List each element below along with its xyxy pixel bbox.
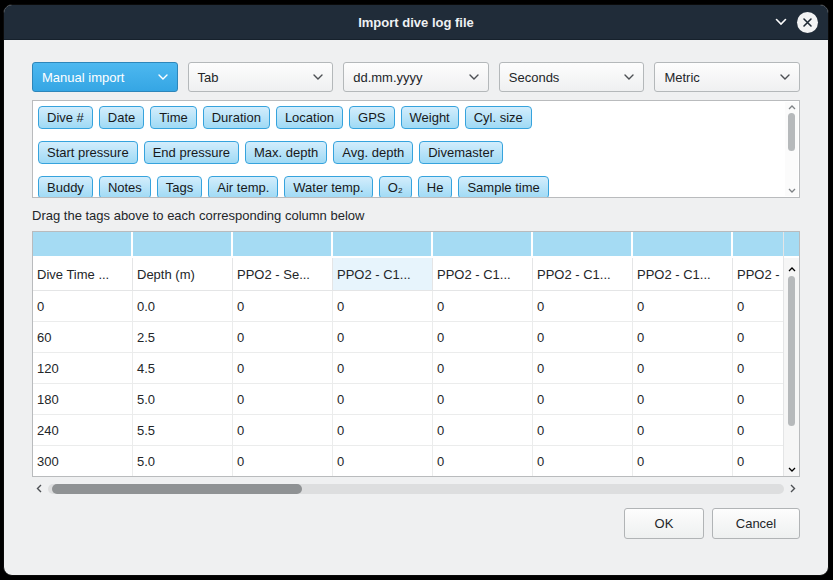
table-cell: 0: [33, 291, 133, 322]
table-cell: 2.5: [133, 322, 233, 353]
table-cell: 0: [233, 322, 333, 353]
table-cell: 0: [333, 322, 433, 353]
table-cell: 0: [633, 415, 733, 446]
combo-value: Tab: [198, 70, 219, 85]
button-bar: OK Cancel: [32, 508, 800, 539]
table-cell: 0: [533, 291, 633, 322]
table-vertical-scrollbar[interactable]: [783, 232, 799, 476]
column-header[interactable]: PPO2 - C1...: [333, 258, 433, 291]
cancel-button[interactable]: Cancel: [712, 508, 800, 539]
table-cell: 0: [433, 384, 533, 415]
column-header[interactable]: Dive Time ...: [33, 258, 133, 291]
column-header[interactable]: PPO2 - C1...: [633, 258, 733, 291]
table-cell: 4.5: [133, 353, 233, 384]
tag-pool-scrollbar[interactable]: [785, 102, 798, 196]
drag-tag[interactable]: End pressure: [144, 141, 239, 164]
date-format-combobox[interactable]: dd.mm.yyyy: [343, 62, 489, 92]
chevron-down-icon[interactable]: [775, 18, 787, 26]
table-cell: 180: [33, 384, 133, 415]
combo-value: Manual import: [42, 70, 124, 85]
drag-tag[interactable]: Water temp.: [284, 176, 372, 197]
table-horizontal-scrollbar[interactable]: [32, 481, 800, 496]
titlebar-buttons: [775, 5, 818, 39]
table-cell: 0: [633, 322, 733, 353]
table-cell: 0: [233, 353, 333, 384]
import-options-row: Manual import Tab dd.mm.yyyy Seconds Met…: [32, 62, 800, 92]
dialog-content: Manual import Tab dd.mm.yyyy Seconds Met…: [4, 40, 828, 539]
table-cell: 0: [233, 291, 333, 322]
column-header[interactable]: PPO2 - C1...: [533, 258, 633, 291]
drag-tag[interactable]: Tags: [157, 176, 202, 197]
drop-target-cell[interactable]: [633, 232, 733, 258]
field-separator-combobox[interactable]: Tab: [188, 62, 334, 92]
table-cell: 0: [233, 446, 333, 477]
scroll-up-icon[interactable]: [788, 258, 796, 276]
table-cell: 0: [233, 384, 333, 415]
combo-value: Metric: [664, 70, 699, 85]
scroll-right-icon[interactable]: [786, 484, 800, 493]
drag-tag[interactable]: Air temp.: [208, 176, 278, 197]
drag-tag[interactable]: Max. depth: [245, 141, 327, 164]
combo-value: Seconds: [509, 70, 560, 85]
drop-target-cell[interactable]: [533, 232, 633, 258]
table-cell: 0: [533, 446, 633, 477]
drag-tag[interactable]: Start pressure: [38, 141, 138, 164]
drag-tag[interactable]: Divemaster: [419, 141, 503, 164]
duration-format-combobox[interactable]: Seconds: [499, 62, 645, 92]
table-cell: 0: [633, 446, 733, 477]
drop-target-cell[interactable]: [133, 232, 233, 258]
table-grid: Dive Time ...Depth (m)PPO2 - Se...PPO2 -…: [33, 232, 800, 477]
scroll-down-icon[interactable]: [788, 188, 796, 193]
table-cell: 0: [333, 415, 433, 446]
table-cell: 120: [33, 353, 133, 384]
table-cell: 0: [333, 384, 433, 415]
units-combobox[interactable]: Metric: [654, 62, 800, 92]
table-cell: 0: [333, 291, 433, 322]
drop-target-cell[interactable]: [433, 232, 533, 258]
close-button[interactable]: [797, 12, 818, 33]
drop-target-cell[interactable]: [233, 232, 333, 258]
instruction-label: Drag the tags above to each correspondin…: [32, 208, 800, 223]
close-icon: [802, 17, 813, 28]
titlebar[interactable]: Import dive log file: [4, 5, 828, 40]
drag-tag[interactable]: Avg. depth: [333, 141, 413, 164]
column-header[interactable]: PPO2 - Se...: [233, 258, 333, 291]
column-header[interactable]: PPO2 - C1...: [433, 258, 533, 291]
scroll-up-icon[interactable]: [788, 105, 796, 110]
drag-tag[interactable]: He: [418, 176, 453, 197]
scrollbar-thumb[interactable]: [788, 276, 795, 426]
drag-tag[interactable]: Date: [99, 106, 144, 129]
drop-target-cell[interactable]: [333, 232, 433, 258]
table-cell: 0: [433, 291, 533, 322]
drag-tag[interactable]: Time: [150, 106, 196, 129]
drag-tag[interactable]: Dive #: [38, 106, 93, 129]
drop-target-cell[interactable]: [784, 232, 799, 258]
table-cell: 0: [433, 446, 533, 477]
drag-tag[interactable]: Sample time: [458, 176, 548, 197]
drag-tag[interactable]: Cyl. size: [465, 106, 532, 129]
ok-button[interactable]: OK: [624, 508, 704, 539]
scrollbar-track[interactable]: [48, 484, 784, 494]
table-cell: 0: [533, 353, 633, 384]
table-cell: 300: [33, 446, 133, 477]
column-header[interactable]: Depth (m): [133, 258, 233, 291]
drag-tag[interactable]: GPS: [349, 106, 394, 129]
drag-tag[interactable]: Buddy: [38, 176, 93, 197]
drag-tag[interactable]: Location: [276, 106, 343, 129]
drop-target-cell[interactable]: [33, 232, 133, 258]
drag-tag[interactable]: Notes: [99, 176, 151, 197]
scrollbar-thumb[interactable]: [52, 484, 302, 494]
table-cell: 0: [633, 291, 733, 322]
drag-tag[interactable]: O₂: [379, 176, 412, 197]
table-cell: 0: [333, 353, 433, 384]
table-cell: 0.0: [133, 291, 233, 322]
drag-tag[interactable]: Duration: [203, 106, 270, 129]
scroll-left-icon[interactable]: [32, 484, 46, 493]
table-cell: 5.0: [133, 384, 233, 415]
scrollbar-thumb[interactable]: [788, 113, 795, 151]
drag-tag[interactable]: Weight: [401, 106, 459, 129]
import-type-combobox[interactable]: Manual import: [32, 62, 178, 92]
scroll-down-icon[interactable]: [788, 458, 796, 476]
tag-pool-container: Dive #DateTimeDurationLocationGPSWeightC…: [32, 100, 800, 198]
table-cell: 0: [533, 415, 633, 446]
